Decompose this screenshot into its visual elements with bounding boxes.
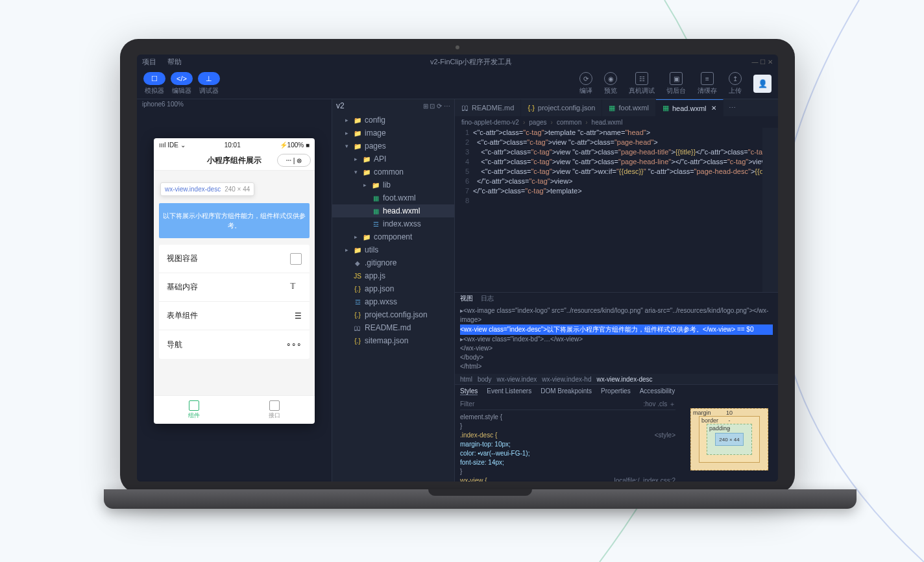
file-explorer: v2 ⊞ ⊡ ⟳ ⋯ ▸📁config▸📁image▾📁pages▸📁API▾📁… (332, 99, 455, 482)
menu-list: 视图容器 基础内容𝕋 表单组件☰ 导航∘∘∘ (159, 245, 310, 359)
cpu-icon (269, 400, 280, 411)
title-bar: 项目 帮助 v2-FinClip小程序开发工具 — ☐ ✕ (137, 55, 778, 69)
index-desc[interactable]: 以下将展示小程序官方组件能力，组件样式仅供参考。 (159, 203, 310, 238)
simulator-phone[interactable]: ıııl IDE ⌄10:01⚡100% ■ 小程序组件展示 ··· | ⊗ w… (154, 138, 315, 424)
list-icon: ☰ (295, 312, 302, 321)
tab-components[interactable]: 组件 (154, 396, 234, 424)
project-root[interactable]: v2 (336, 101, 345, 110)
capsule-button[interactable]: ··· | ⊗ (277, 154, 311, 167)
code-editor[interactable]: 12345678 <"c-attr">class="c-tag">templat… (455, 128, 778, 292)
upload-button[interactable]: ↥上传 (729, 72, 742, 95)
window-controls[interactable]: — ☐ ✕ (751, 58, 773, 66)
app-title: 小程序组件展示 (207, 155, 261, 166)
simulator-device-info: iphone6 100% (137, 99, 332, 112)
selected-element[interactable]: <wx-view class="index-desc">以下将展示小程序官方组件… (460, 324, 773, 335)
editor-tab-project.config.json[interactable]: {.}project.config.json (521, 99, 602, 116)
tree-node-.gitignore[interactable]: ◆.gitignore (332, 256, 454, 269)
toolbar: ☐模拟器 </>编辑器 ⊥调试器 ⟳编译 ◉预览 ☷真机调试 ▣切后台 ≡清缓存… (137, 69, 778, 99)
remote-debug-button[interactable]: ☷真机调试 (629, 72, 655, 95)
elements-panel[interactable]: ▸<wx-image class="index-logo" src="../re… (455, 304, 778, 374)
user-avatar[interactable]: 👤 (753, 75, 772, 93)
toggle-debugger[interactable]: ⊥调试器 (198, 72, 220, 95)
phone-nav-bar: 小程序组件展示 ··· | ⊗ (154, 151, 315, 171)
box-model[interactable]: margin10 border- padding- 240 × 44 (681, 397, 778, 482)
close-tab-icon[interactable]: ✕ (711, 104, 716, 112)
inspect-tooltip: wx-view.index-desc 240 × 44 (160, 182, 254, 196)
compile-button[interactable]: ⟳编译 (579, 72, 592, 95)
tree-node-foot.wxml[interactable]: ▦foot.wxml (332, 191, 454, 204)
editor-tab-head.wxml[interactable]: ▦head.wxml✕ (656, 99, 723, 116)
devtools-tab-elements[interactable]: 视图 (460, 294, 473, 303)
styles-tab-accessibility[interactable]: Accessibility (640, 387, 675, 395)
tabs-overflow[interactable]: ⋯ (723, 99, 741, 116)
tree-node-sitemap.json[interactable]: {.}sitemap.json (332, 334, 454, 347)
editor-tabs: 🕮README.md{.}project.config.json▦foot.wx… (455, 99, 778, 116)
simulator-panel: iphone6 100% ıııl IDE ⌄10:01⚡100% ■ 小程序组… (137, 99, 332, 482)
element-breadcrumbs[interactable]: htmlbodywx-view.indexwx-view.index-hdwx-… (455, 374, 778, 384)
camera-dot (456, 45, 459, 49)
tree-node-README.md[interactable]: 🕮README.md (332, 321, 454, 334)
tree-node-index.wxss[interactable]: ☲index.wxss (332, 217, 454, 230)
styles-tab-event-listeners[interactable]: Event Listeners (487, 387, 531, 395)
tree-node-app.js[interactable]: JSapp.js (332, 269, 454, 282)
tree-node-project.config.json[interactable]: {.}project.config.json (332, 308, 454, 321)
tree-node-head.wxml[interactable]: ▦head.wxml (332, 204, 454, 217)
container-icon (290, 253, 302, 265)
phone-status-bar: ıııl IDE ⌄10:01⚡100% ■ (154, 138, 315, 151)
tree-node-image[interactable]: ▸📁image (332, 127, 454, 140)
tree-node-utils[interactable]: ▸📁utils (332, 243, 454, 256)
laptop-base (104, 489, 857, 509)
tree-node-component[interactable]: ▸📁component (332, 230, 454, 243)
tree-node-pages[interactable]: ▾📁pages (332, 140, 454, 153)
menu-item-basic-content[interactable]: 基础内容𝕋 (159, 273, 310, 302)
menu-project[interactable]: 项目 (142, 58, 156, 66)
window-title: v2-FinClip小程序开发工具 (191, 57, 751, 67)
more-icon: ∘∘∘ (286, 340, 302, 349)
tree-node-API[interactable]: ▸📁API (332, 153, 454, 165)
menu-item-form[interactable]: 表单组件☰ (159, 302, 310, 330)
phone-tabbar: 组件 接口 (154, 395, 315, 424)
tree-node-common[interactable]: ▾📁common (332, 165, 454, 178)
tree-node-app.json[interactable]: {.}app.json (332, 282, 454, 295)
devtools-tab-console[interactable]: 日志 (481, 294, 494, 303)
background-button[interactable]: ▣切后台 (666, 72, 686, 95)
styles-tab-dom-breakpoints[interactable]: DOM Breakpoints (541, 387, 592, 395)
toggle-simulator[interactable]: ☐模拟器 (143, 72, 165, 95)
devtools-mode-tabs: 视图 日志 (455, 292, 778, 304)
editor-tab-README.md[interactable]: 🕮README.md (455, 99, 521, 116)
styles-hov-cls[interactable]: :hov .cls ＋ (644, 400, 675, 409)
tree-node-app.wxss[interactable]: ☲app.wxss (332, 295, 454, 308)
styles-filter-input[interactable]: Filter (460, 400, 474, 409)
ide-window: 项目 帮助 v2-FinClip小程序开发工具 — ☐ ✕ ☐模拟器 </>编辑… (137, 55, 778, 482)
laptop-frame: 项目 帮助 v2-FinClip小程序开发工具 — ☐ ✕ ☐模拟器 </>编辑… (104, 39, 811, 506)
explorer-actions[interactable]: ⊞ ⊡ ⟳ ⋯ (423, 103, 450, 110)
element-crumb[interactable]: body (478, 376, 492, 383)
tree-node-config[interactable]: ▸📁config (332, 114, 454, 127)
menu-item-navigation[interactable]: 导航∘∘∘ (159, 330, 310, 359)
text-icon: 𝕋 (290, 282, 302, 293)
box-content-size: 240 × 44 (715, 433, 744, 446)
editor-tab-foot.wxml[interactable]: ▦foot.wxml (602, 99, 655, 116)
styles-tab-properties[interactable]: Properties (601, 387, 631, 395)
menu-help[interactable]: 帮助 (167, 58, 182, 66)
element-crumb[interactable]: html (460, 376, 472, 383)
styles-tab-styles[interactable]: Styles (460, 387, 478, 395)
styles-rules[interactable]: Filter :hov .cls ＋ element.style { } .in… (455, 397, 681, 482)
element-crumb[interactable]: wx-view.index (497, 376, 537, 383)
minimap[interactable] (762, 128, 778, 292)
element-crumb[interactable]: wx-view.index-hd (542, 376, 591, 383)
tab-api[interactable]: 接口 (234, 396, 315, 424)
preview-button[interactable]: ◉预览 (604, 72, 617, 95)
clear-cache-button[interactable]: ≡清缓存 (698, 72, 717, 95)
breadcrumbs[interactable]: fino-applet-demo-v2›pages›common›head.wx… (455, 116, 778, 128)
toggle-editor[interactable]: </>编辑器 (171, 72, 193, 95)
grid-icon (189, 400, 199, 411)
element-crumb[interactable]: wx-view.index-desc (596, 376, 652, 383)
tree-node-lib[interactable]: ▸📁lib (332, 178, 454, 191)
styles-tabs: StylesEvent ListenersDOM BreakpointsProp… (455, 384, 778, 397)
menu-item-view-container[interactable]: 视图容器 (159, 245, 310, 273)
